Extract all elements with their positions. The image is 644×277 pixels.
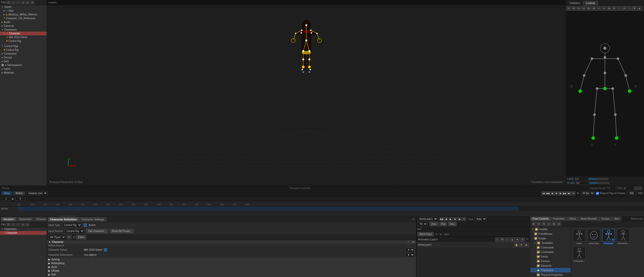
tree-item-characters[interactable]: ▼ Characters bbox=[0, 28, 47, 32]
filter-btn-right[interactable]: ▸ bbox=[26, 1, 30, 4]
prev-frame-btn[interactable]: |◀ bbox=[541, 191, 545, 195]
tab-pose-controls[interactable]: Pose Controls bbox=[530, 217, 551, 221]
char-def-close[interactable]: ⊡ bbox=[412, 218, 415, 221]
trbld-slider[interactable] bbox=[589, 182, 610, 184]
right-tool-7[interactable]: ↩ bbox=[597, 6, 601, 11]
val-slider-1[interactable] bbox=[634, 187, 642, 190]
thumb-character2[interactable]: Character... bbox=[617, 229, 630, 245]
tbld-value[interactable]: 0.0 bbox=[575, 177, 587, 181]
res-commands[interactable]: 📁 Commands bbox=[530, 245, 571, 250]
plot-character-btn[interactable]: Plot Character... bbox=[86, 229, 108, 233]
view-grid-lg[interactable]: ⊞ bbox=[531, 222, 536, 226]
anim-layer-select[interactable]: AnimLayer1 bbox=[418, 217, 438, 221]
al-dup[interactable]: ⧉ bbox=[500, 237, 505, 242]
res-devices[interactable]: 📁 Devices bbox=[530, 259, 571, 263]
res-elements[interactable]: 📁 Elements bbox=[530, 263, 571, 268]
al-down[interactable]: ▼ bbox=[515, 237, 520, 242]
tree-item-sets[interactable]: ▶ Sets bbox=[0, 59, 47, 63]
type-select[interactable]: Auto bbox=[475, 217, 487, 221]
filter-btn-eye[interactable]: 👁 bbox=[30, 1, 34, 4]
tree-item-hips[interactable]: ▶ ⬡ Hips bbox=[0, 9, 47, 13]
trbld-value[interactable]: 0.0 bbox=[576, 181, 588, 185]
loop-btn[interactable]: ↻ bbox=[571, 191, 575, 195]
nav-filter-3[interactable]: ⋯ bbox=[16, 223, 20, 226]
tab-navigator[interactable]: Navigator bbox=[1, 217, 16, 221]
tab-properties[interactable]: Properties bbox=[551, 217, 567, 221]
nav-filter-5[interactable]: ▸ bbox=[26, 223, 30, 226]
disc-btn[interactable]: Disc bbox=[448, 222, 456, 226]
nav-filter-4[interactable]: ◂ bbox=[21, 223, 25, 226]
tree-item-scene[interactable]: ▼ Scene bbox=[0, 5, 47, 9]
prev-btn[interactable]: ◀ bbox=[550, 191, 554, 195]
frame-end-input[interactable] bbox=[15, 197, 25, 201]
tab-definition[interactable]: Definition bbox=[567, 1, 583, 5]
al-eye[interactable]: 👁 bbox=[519, 243, 524, 247]
story-tab[interactable]: Story bbox=[2, 191, 12, 195]
prev-key-btn[interactable]: ◀◀ bbox=[546, 191, 550, 195]
tree-item-controlrigs[interactable]: ▼ Control Rigs bbox=[0, 44, 47, 48]
anim-prev2[interactable]: ◀ bbox=[444, 217, 448, 221]
tk-select[interactable]: TK bbox=[418, 222, 427, 226]
view-extra2[interactable]: ⊟ bbox=[557, 222, 561, 226]
al-lock[interactable]: 🔒 bbox=[514, 243, 519, 247]
right-tool-12[interactable]: ✦ bbox=[622, 6, 627, 11]
zero-btn[interactable]: Zero bbox=[430, 222, 438, 226]
res-decks[interactable]: 📁 Decks bbox=[530, 254, 571, 259]
tree-item-groups[interactable]: ▶ Groups bbox=[0, 56, 47, 59]
right-tool-13[interactable]: ⬦ bbox=[627, 6, 632, 11]
tree-item-charctrl[interactable]: ⧖ Character_Ctrl_Reference bbox=[0, 16, 47, 20]
tree-item-materials[interactable]: ▶ Materials bbox=[0, 71, 47, 75]
action-track-content[interactable] bbox=[18, 206, 644, 211]
nav-tree-character[interactable]: ⚇ Character bbox=[0, 231, 47, 235]
al-del[interactable]: − bbox=[505, 237, 510, 242]
nav-tree-characters[interactable]: ▼ Characters bbox=[0, 227, 47, 231]
anim-stop[interactable]: ■ bbox=[453, 217, 457, 221]
tree-item-lights[interactable]: ▶ Lights bbox=[0, 67, 47, 71]
right-tool-14[interactable]: ▼ bbox=[632, 6, 637, 11]
right-tool-4[interactable]: ⊡ bbox=[582, 6, 586, 11]
filter-expand-btn[interactable]: ▼ bbox=[67, 235, 71, 239]
flat-btn[interactable]: Flat bbox=[439, 222, 447, 226]
tab-char-settings[interactable]: Character Settings bbox=[79, 217, 106, 222]
right-tool-2[interactable]: ⊕ bbox=[571, 6, 576, 11]
right-tool-9[interactable]: ⊕ bbox=[607, 6, 611, 11]
right-tool-8[interactable]: ↪ bbox=[602, 6, 606, 11]
right-tool-10[interactable]: ⊗ bbox=[612, 6, 616, 11]
active-checkbox[interactable] bbox=[84, 224, 87, 227]
snap-checkbox[interactable] bbox=[596, 192, 599, 195]
tab-sets[interactable]: Sets bbox=[612, 217, 621, 221]
tab-asset-browser[interactable]: Asset Browser bbox=[578, 217, 599, 221]
move-keys-btn[interactable]: Move Keys bbox=[418, 232, 434, 236]
tab-filters[interactable]: Filters bbox=[567, 217, 578, 221]
nav-filter-1[interactable]: ☰ bbox=[6, 223, 10, 226]
anim-close[interactable]: ✕ bbox=[462, 217, 466, 221]
tree-item-mik-solver[interactable]: ⚙ MIK 2016 Solver bbox=[0, 35, 47, 39]
view-grid-sm[interactable]: ⊟ bbox=[536, 222, 541, 226]
view-list[interactable]: ☰ bbox=[542, 222, 546, 226]
right-tool-3[interactable]: ⊖ bbox=[576, 6, 581, 11]
tree-item-audio[interactable]: ▶ Audio bbox=[0, 20, 47, 24]
nav-filter-2[interactable]: ⌕ bbox=[11, 223, 15, 226]
char-section-character[interactable]: ▼ Character Y All bbox=[47, 240, 416, 244]
next-key-btn[interactable]: ▶▶ bbox=[563, 191, 567, 195]
tbld-slider[interactable] bbox=[588, 178, 609, 180]
viewport-3d[interactable]: Camera bbox=[47, 0, 566, 186]
tree-item-controlrig2[interactable]: ⧗ Control Rig bbox=[0, 48, 47, 52]
tree-item-namespaces[interactable]: 🅝 ▶ Namespaces bbox=[0, 63, 47, 67]
anim-close-2[interactable]: ⊡ bbox=[525, 237, 529, 241]
filter-btn-options[interactable]: ⋯ bbox=[16, 1, 20, 4]
input-type-select[interactable]: Control Rig bbox=[62, 223, 82, 227]
roll-section[interactable]: ▶ Roll bbox=[47, 273, 416, 276]
solver-dropdown[interactable]: ▼ bbox=[405, 248, 415, 252]
tree-item-cameras[interactable]: ▶ Cameras bbox=[0, 24, 47, 28]
reset-props-btn[interactable]: Reset All Proper... bbox=[110, 229, 134, 233]
thumb-actor-face[interactable]: Actor face bbox=[588, 229, 600, 245]
tree-item-character[interactable]: ▼ ⚇ Character bbox=[0, 32, 47, 35]
thumb-actor[interactable]: Actor bbox=[573, 229, 586, 245]
right-tool-5[interactable]: ⊞ bbox=[587, 6, 591, 11]
res-models[interactable]: ▼ 📁 models bbox=[530, 227, 571, 232]
filter-btn-search[interactable]: ⌕ bbox=[11, 1, 15, 4]
anim-play[interactable]: ▶ bbox=[448, 217, 453, 221]
view-tree[interactable]: ⊡ bbox=[547, 222, 551, 226]
type-filter-select[interactable]: All (Type) bbox=[48, 235, 66, 239]
